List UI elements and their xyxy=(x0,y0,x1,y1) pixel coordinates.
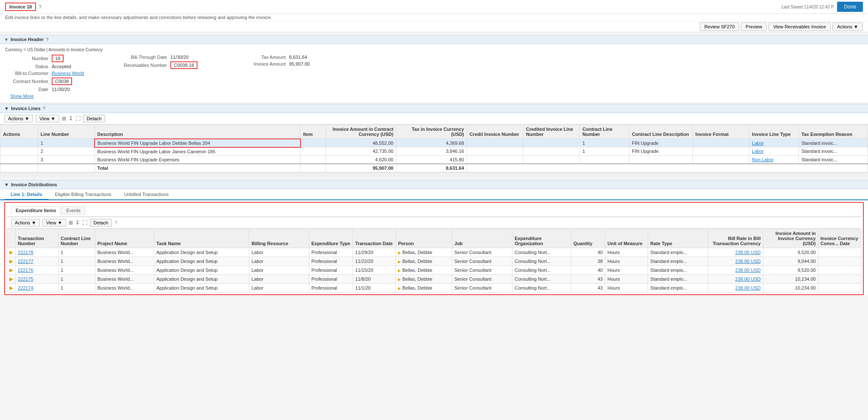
invoice-lines-help-icon[interactable]: ? xyxy=(43,106,46,111)
line-contract-line-desc-cell xyxy=(629,155,693,164)
invoice-header-section[interactable]: ▼ Invoice Header ? xyxy=(0,35,868,44)
dist-conv-date-cell xyxy=(818,274,861,283)
dist-col-exp-org: Expenditure Organization xyxy=(512,229,571,248)
preview-button[interactable]: Preview xyxy=(741,22,767,31)
invoice-line-row[interactable]: 3 Business World FIN Upgrade Expenses 4,… xyxy=(0,155,868,164)
export-icon[interactable]: ↧ xyxy=(69,116,73,122)
dist-row[interactable]: ▶ 222175 1 Business World... Application… xyxy=(7,274,861,283)
dist-quantity-cell: 38 xyxy=(571,257,605,265)
line-tax-cell: 4,369.68 xyxy=(396,139,467,147)
dist-bill-rate-cell[interactable]: 238.00 USD xyxy=(708,265,763,274)
exp-tab-items[interactable]: Expenditure Items xyxy=(11,206,61,215)
dist-trans-num-cell[interactable]: 222175 xyxy=(16,274,58,283)
dist-bill-rate-cell[interactable]: 238.00 USD xyxy=(708,257,763,265)
col-invoice-format-header: Invoice Format xyxy=(693,125,749,139)
dist-trans-date-cell: 11/1/20 xyxy=(353,283,396,292)
line-credited-line-cell xyxy=(523,139,580,147)
bill-to-customer-value[interactable]: Business World xyxy=(52,71,84,76)
dist-row[interactable]: ▶ 222174 1 Business World... Application… xyxy=(7,283,861,292)
line-actions-cell[interactable] xyxy=(0,147,38,156)
dist-trans-date-cell: 11/29/20 xyxy=(353,248,396,257)
line-credited-line-cell xyxy=(523,155,580,164)
invoice-line-row[interactable]: 2 Business World FIN Upgrade Labor James… xyxy=(0,147,868,156)
line-invoice-type-cell[interactable]: Non Labor xyxy=(749,155,799,164)
dist-actions-button[interactable]: Actions ▼ xyxy=(11,219,40,227)
lines-collapse-icon[interactable]: ▼ xyxy=(4,106,9,111)
line-invoice-amount-cell: 48,552.00 xyxy=(326,139,396,147)
dist-trans-num-cell[interactable]: 222174 xyxy=(16,283,58,292)
invoice-header-help-icon[interactable]: ? xyxy=(46,37,49,42)
dist-person-cell: ▶ Bellas, Debbie xyxy=(396,248,452,257)
lines-detach-button[interactable]: Detach xyxy=(83,115,106,122)
dist-bill-rate-cell[interactable]: 238.00 USD xyxy=(708,274,763,283)
dist-col-quantity: Quantity xyxy=(571,229,605,248)
detach-icon[interactable]: ⛶ xyxy=(75,116,81,122)
page-help-icon[interactable]: ? xyxy=(39,4,42,9)
dist-contract-line-cell: 1 xyxy=(58,248,95,257)
total-actions-cell xyxy=(0,164,38,172)
dist-trans-num-cell[interactable]: 222177 xyxy=(16,257,58,265)
exp-tab-events[interactable]: Events xyxy=(61,206,85,215)
lines-view-button[interactable]: View ▼ xyxy=(36,115,59,122)
dist-col-billing-resource: Billing Resource xyxy=(249,229,309,248)
dist-row[interactable]: ▶ 222177 1 Business World... Application… xyxy=(7,257,861,265)
dist-row[interactable]: ▶ 222178 1 Business World... Application… xyxy=(7,248,861,257)
dist-quantity-cell: 43 xyxy=(571,274,605,283)
last-saved: Last Saved 11/4/20 12:43 P xyxy=(782,5,834,9)
dist-contract-line-cell: 1 xyxy=(58,274,95,283)
dist-bill-rate-cell[interactable]: 238.00 USD xyxy=(708,248,763,257)
dist-trans-num-cell[interactable]: 222178 xyxy=(16,248,58,257)
distributions-table: Transaction Number Contract Line Number … xyxy=(7,229,861,293)
line-actions-cell[interactable] xyxy=(0,155,38,164)
dist-conv-date-cell xyxy=(818,257,861,265)
distributions-section: ▼ Invoice Distributions xyxy=(0,180,868,189)
view-receivables-button[interactable]: View Receivables Invoice xyxy=(768,22,831,31)
dist-quantity-cell: 40 xyxy=(571,265,605,274)
dist-freeze-icon[interactable]: ⊞ xyxy=(69,220,73,226)
dist-job-cell: Senior Consultant xyxy=(452,257,512,265)
dist-quantity-cell: 40 xyxy=(571,248,605,257)
done-button[interactable]: Done xyxy=(837,2,863,12)
freeze-icon[interactable]: ⊞ xyxy=(62,116,66,122)
dist-detach-button[interactable]: Detach xyxy=(90,219,112,227)
dist-contract-line-cell: 1 xyxy=(58,283,95,292)
dist-contract-line-cell: 1 xyxy=(58,265,95,274)
line-tax-cell: 3,846.16 xyxy=(396,147,467,156)
dist-detach-icon[interactable]: ⛶ xyxy=(82,220,87,226)
dist-task-cell: Application Design and Setup xyxy=(154,283,249,292)
dist-collapse-icon[interactable]: ▼ xyxy=(4,182,9,187)
table-scrollbar[interactable] xyxy=(0,172,868,177)
col-tax-exemption-header: Tax Exemption Reason xyxy=(798,125,868,139)
line-actions-cell[interactable] xyxy=(0,139,38,147)
dist-export-icon[interactable]: ↧ xyxy=(75,220,80,226)
show-more-link[interactable]: Show More xyxy=(10,94,34,99)
line-invoice-type-cell[interactable]: Labor xyxy=(749,139,799,147)
review-sf270-button[interactable]: Review SF270 xyxy=(700,22,740,31)
dist-trans-num-cell[interactable]: 222176 xyxy=(16,265,58,274)
line-invoice-format-cell xyxy=(693,139,749,147)
actions-button[interactable]: Actions ▼ xyxy=(832,22,863,31)
dist-uom-cell: Hours xyxy=(605,283,648,292)
invoice-line-row[interactable]: 1 Business World FIN Upgrade Labor Debbi… xyxy=(0,139,868,147)
total-tax-cell: 8,631.64 xyxy=(396,164,467,172)
number-label: Number xyxy=(5,56,52,61)
dist-col-rate-type: Rate Type xyxy=(648,229,708,248)
dist-tab-eligible[interactable]: Eligible Billing Transactions xyxy=(49,189,118,199)
line-item-cell xyxy=(300,155,326,164)
total-desc-cell: Total xyxy=(95,164,300,172)
dist-row[interactable]: ▶ 222176 1 Business World... Application… xyxy=(7,265,861,274)
dist-view-button[interactable]: View ▼ xyxy=(42,219,66,227)
dist-rate-type-cell: Standard emplo... xyxy=(648,257,708,265)
bill-through-date-label: Bill-Through Date xyxy=(124,55,170,60)
dist-bill-rate-cell[interactable]: 238.00 USD xyxy=(708,283,763,292)
dist-help-icon[interactable]: ? xyxy=(114,220,117,225)
line-number-cell: 3 xyxy=(38,155,95,164)
dist-task-cell: Application Design and Setup xyxy=(154,265,249,274)
dist-tab-unbilled[interactable]: Unbilled Transactions xyxy=(118,189,175,199)
total-label-cell xyxy=(38,164,95,172)
line-invoice-type-cell[interactable]: Labor xyxy=(749,147,799,156)
dist-tab-details[interactable]: Line 1: Details xyxy=(4,189,49,200)
exp-tabs: Expenditure Items Events xyxy=(7,204,861,217)
dist-task-cell: Application Design and Setup xyxy=(154,274,249,283)
lines-actions-button[interactable]: Actions ▼ xyxy=(4,115,33,122)
